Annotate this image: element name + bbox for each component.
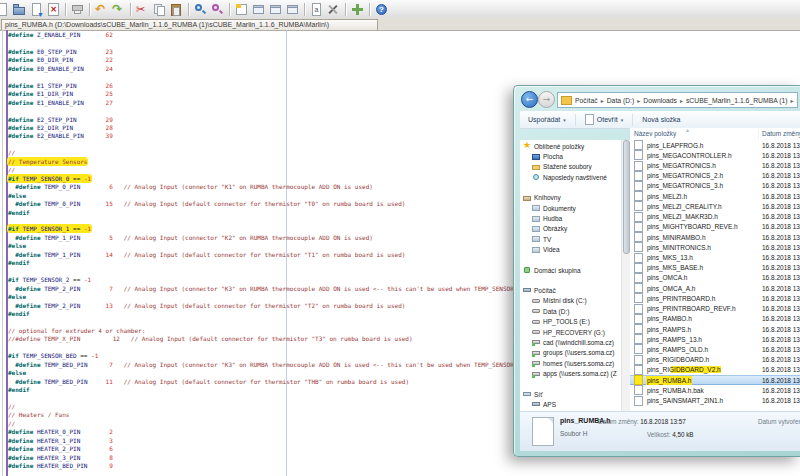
network-icon xyxy=(523,390,531,398)
file-date: 16.8.2018 13:57 xyxy=(762,162,800,169)
file-row[interactable]: pins_RAMPS_OLD.h16.8.2018 13:57 xyxy=(630,344,800,354)
sidebar-item[interactable]: Naposledy navštívené xyxy=(520,172,621,182)
undo-icon[interactable] xyxy=(95,3,108,16)
find-icon[interactable] xyxy=(194,3,207,16)
file-row[interactable]: pins_MEGATRONICS_3.h16.8.2018 13:57 xyxy=(630,181,800,191)
wintile-icon[interactable] xyxy=(269,3,282,16)
wincascade-icon[interactable] xyxy=(286,3,299,16)
file-row[interactable]: pins_RUMBA.h.bak16.8.2018 13:57 xyxy=(630,385,800,395)
column-header-name[interactable]: Název položky xyxy=(634,130,676,137)
tools-icon[interactable] xyxy=(327,3,340,16)
new-folder-label: Nová složka xyxy=(642,116,680,123)
sidebar-item[interactable]: Videa xyxy=(520,245,621,255)
file-row[interactable]: pins_MIGHTYBOARD_REVE.h16.8.2018 13:57 xyxy=(630,222,800,232)
replace-icon[interactable] xyxy=(211,3,224,16)
file-row[interactable]: pins_OMCA_A.h16.8.2018 13:57 xyxy=(630,283,800,293)
breadcrumb[interactable]: Počítač▸Data (D:)▸Downloads▸sCUBE_Marlin… xyxy=(557,92,798,108)
file-name: pins_MKS_13.h xyxy=(647,254,693,261)
open-icon[interactable] xyxy=(13,3,26,16)
sidebar-item[interactable]: Hudba xyxy=(520,213,621,223)
plugin-icon[interactable] xyxy=(351,3,364,16)
file-row[interactable]: pins_PRINTRBOARD.h16.8.2018 13:57 xyxy=(630,293,800,303)
file-name: pins_RUMBA.h xyxy=(647,377,691,384)
file-row[interactable]: pins_RIGIDBOARD_V2.h16.8.2018 13:57 xyxy=(630,365,800,375)
file-row[interactable]: pins_MEGATRONICS_2.h16.8.2018 13:57 xyxy=(630,171,800,181)
newwin-icon[interactable] xyxy=(235,3,248,16)
file-row[interactable]: pins_RUMBA.h16.8.2018 13:57 xyxy=(630,375,800,385)
sidebar-item[interactable]: apps (\\users.soma.cz) (Z xyxy=(520,368,621,378)
breadcrumb-separator-icon[interactable]: ▸ xyxy=(680,97,683,104)
sidebar-item[interactable]: homes (\\users.soma.cz) xyxy=(520,358,621,368)
sidebar-gap xyxy=(520,183,621,193)
breadcrumb-separator-icon[interactable]: ▸ xyxy=(637,97,640,104)
file-date: 16.8.2018 13:57 xyxy=(762,315,800,322)
sidebar-item[interactable]: TV xyxy=(520,234,621,244)
editor-tab[interactable]: pins_RUMBA.h (D:\Downloads\sCUBE_Marlin_… xyxy=(1,19,378,30)
open-button[interactable]: Otevřít ▾ xyxy=(585,114,624,125)
file-date: 16.8.2018 13:57 xyxy=(762,356,800,363)
file-row[interactable]: pins_LEAPFROG.h16.8.2018 13:57 xyxy=(630,140,800,150)
sidebar-item[interactable]: groups (\\users.soma.cz) xyxy=(520,348,621,358)
sidebar-item[interactable]: Knihovny xyxy=(520,193,621,203)
file-row[interactable]: pins_OMCA.h16.8.2018 13:57 xyxy=(630,273,800,283)
file-row[interactable]: pins_MELZI_CREALITY.h16.8.2018 13:57 xyxy=(630,201,800,211)
file-row[interactable]: pins_MINIRAMBO.h16.8.2018 13:57 xyxy=(630,232,800,242)
sidebar-item[interactable]: Oblíbené položky xyxy=(520,141,621,151)
scrollbar-thumb[interactable] xyxy=(623,140,630,254)
copy-icon[interactable] xyxy=(153,3,166,16)
file-row[interactable]: pins_MELZI_MAKR3D.h16.8.2018 13:57 xyxy=(630,212,800,222)
file-row[interactable]: pins_MKS_BASE.h16.8.2018 13:57 xyxy=(630,263,800,273)
sidebar-item[interactable]: HP_RECOVERY (G:) xyxy=(520,327,621,337)
sidebar-item[interactable]: Domácí skupina xyxy=(520,265,621,275)
file-row[interactable]: pins_MELZI.h16.8.2018 13:57 xyxy=(630,191,800,201)
sidebar-item[interactable]: Dokumenty xyxy=(520,203,621,213)
preview-icon[interactable] xyxy=(310,3,323,16)
file-row[interactable]: pins_MINITRONICS.h16.8.2018 13:57 xyxy=(630,242,800,252)
breadcrumb-item[interactable]: Downloads xyxy=(643,97,677,104)
file-row[interactable]: pins_RAMPS_13.h16.8.2018 13:57 xyxy=(630,334,800,344)
file-row[interactable]: pins_MKS_13.h16.8.2018 13:57 xyxy=(630,252,800,262)
organize-button[interactable]: Uspořádat ▾ xyxy=(528,116,566,123)
sidebar-item[interactable]: Data (D:) xyxy=(520,306,621,316)
sidebar-item[interactable]: Síť xyxy=(520,389,621,399)
sidebar-item[interactable]: Počítač xyxy=(520,285,621,295)
sidebar-item[interactable]: Místní disk (C:) xyxy=(520,296,621,306)
breadcrumb-item[interactable]: sCUBE_Marlin_1.1.6_RUMBA xyxy=(797,97,798,104)
breadcrumb-item[interactable]: Počítač xyxy=(575,97,598,104)
sidebar-item[interactable]: Stažené soubory xyxy=(520,162,621,172)
file-row[interactable]: pins_RAMPS.h16.8.2018 13:57 xyxy=(630,324,800,334)
cut-icon[interactable] xyxy=(136,3,149,16)
file-row[interactable]: pins_SAINSMART_2IN1.h16.8.2018 13:57 xyxy=(630,395,800,405)
sidebar-item[interactable]: Obrázky xyxy=(520,224,621,234)
paste-icon[interactable] xyxy=(170,3,183,16)
new-folder-button[interactable]: Nová složka xyxy=(642,116,680,123)
breadcrumb-item[interactable]: Data (D:) xyxy=(607,97,635,104)
sidebar-item[interactable]: Plocha xyxy=(520,151,621,161)
sidebar-gap xyxy=(520,379,621,389)
file-name: pins_PRINTRBOARD_REVF.h xyxy=(647,305,736,312)
column-separator[interactable] xyxy=(758,129,759,139)
breadcrumb-item[interactable]: sCUBE_Marlin_1.1.6_RUMBA (1) xyxy=(686,97,788,104)
print-icon[interactable] xyxy=(71,3,84,16)
breadcrumb-separator-icon[interactable]: ▸ xyxy=(601,97,604,104)
help-icon[interactable] xyxy=(375,3,388,16)
new-icon[interactable] xyxy=(0,3,9,16)
sidebar-item[interactable]: APS xyxy=(520,399,621,409)
sidebar-item[interactable]: HP_TOOLS (E:) xyxy=(520,316,621,326)
file-row[interactable]: pins_MEGATRONICS.h16.8.2018 13:57 xyxy=(630,160,800,170)
file-row[interactable]: pins_PRINTRBOARD_REVF.h16.8.2018 13:57 xyxy=(630,304,800,314)
file-name: pins_PRINTRBOARD.h xyxy=(647,295,715,302)
file-row[interactable]: pins_RAMBO.h16.8.2018 13:57 xyxy=(630,314,800,324)
close-icon[interactable] xyxy=(47,3,60,16)
file-row[interactable]: pins_MEGACONTROLLER.h16.8.2018 13:57 xyxy=(630,150,800,160)
forward-button[interactable]: → xyxy=(538,91,555,108)
file-icon xyxy=(634,232,643,242)
sidebar-item[interactable]: cad (\\windchill.soma.cz) xyxy=(520,337,621,347)
breadcrumb-separator-icon[interactable]: ▸ xyxy=(791,97,794,104)
back-button[interactable]: ← xyxy=(521,91,538,108)
winmax-icon[interactable] xyxy=(252,3,265,16)
file-row[interactable]: pins_RIGIDBOARD.h16.8.2018 13:57 xyxy=(630,355,800,365)
save-icon[interactable] xyxy=(30,3,43,16)
column-header-date[interactable]: Datum změny xyxy=(762,130,800,137)
redo-icon[interactable] xyxy=(112,3,125,16)
